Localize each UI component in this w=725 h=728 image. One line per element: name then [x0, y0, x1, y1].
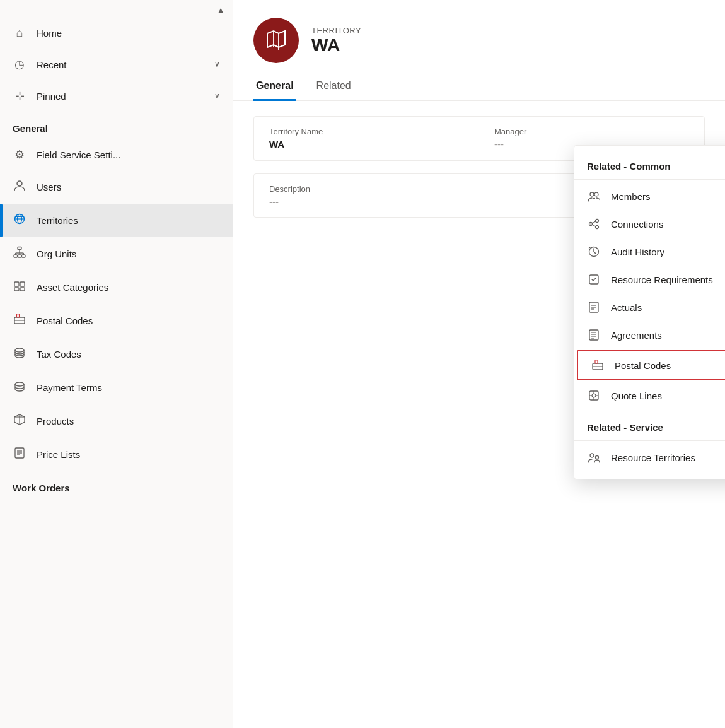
- entity-info: TERRITORY WA: [311, 26, 361, 56]
- tab-related[interactable]: Related: [314, 74, 354, 101]
- field-value: WA: [269, 139, 464, 150]
- sidebar-item-tax-codes[interactable]: Tax Codes: [0, 338, 233, 371]
- postal-codes-icon: [591, 358, 605, 372]
- sidebar-item-label: Products: [37, 416, 220, 426]
- dropdown-item-postal-codes[interactable]: Postal Codes: [577, 350, 725, 380]
- entity-header: TERRITORY WA: [233, 0, 725, 73]
- svg-rect-15: [14, 282, 19, 286]
- sidebar-item-label: Postal Codes: [37, 315, 220, 326]
- pin-icon: ⊹: [13, 89, 26, 103]
- divider: [574, 440, 725, 441]
- sidebar-item-home[interactable]: ⌂ Home: [0, 18, 233, 49]
- entity-avatar: [253, 18, 299, 63]
- dropdown-item-label: Resource Requirements: [611, 274, 713, 285]
- dropdown-item-label: Audit History: [611, 247, 664, 257]
- tab-general[interactable]: General: [253, 74, 296, 101]
- sidebar-scroll: ⌂ Home ◷ Recent ∨ ⊹ Pinned ∨ General ⚙ F…: [0, 18, 233, 728]
- chevron-down-icon: ∨: [214, 91, 220, 100]
- field-label: Territory Name: [269, 127, 464, 136]
- dropdown-item-members[interactable]: Members: [574, 182, 725, 210]
- main-content: TERRITORY WA General Related Territory N…: [233, 0, 725, 728]
- dropdown-item-connections[interactable]: Connections: [574, 210, 725, 238]
- divider: [574, 179, 725, 180]
- dropdown-item-resource-requirements[interactable]: Resource Requirements: [574, 266, 725, 293]
- dropdown-item-label: Members: [611, 191, 651, 202]
- globe-icon: [13, 213, 26, 228]
- sidebar-item-label: Payment Terms: [37, 382, 220, 393]
- price-list-icon: [13, 447, 26, 462]
- sidebar-item-label: Asset Categories: [37, 282, 220, 293]
- svg-point-23: [15, 348, 24, 352]
- org-icon: [13, 246, 26, 262]
- tabs-bar: General Related: [233, 73, 725, 101]
- collapse-button[interactable]: ▲: [0, 0, 233, 18]
- clock-icon: ◷: [13, 57, 26, 71]
- dropdown-section-service: Related - Service: [574, 414, 725, 438]
- svg-rect-21: [18, 315, 19, 316]
- svg-rect-16: [20, 282, 25, 286]
- home-icon: ⌂: [13, 26, 26, 40]
- svg-point-63: [590, 454, 594, 457]
- dropdown-item-label: Quote Lines: [611, 390, 662, 401]
- sidebar-item-label: Users: [37, 182, 220, 192]
- sidebar-item-label: Tax Codes: [37, 349, 220, 360]
- resource-requirements-icon: [587, 273, 601, 286]
- entity-name: WA: [311, 35, 361, 56]
- sidebar-item-org-units[interactable]: Org Units: [0, 237, 233, 271]
- svg-point-34: [594, 192, 598, 196]
- dropdown-item-audit-history[interactable]: Audit History: [574, 238, 725, 266]
- sidebar-item-asset-categories[interactable]: Asset Categories: [0, 271, 233, 304]
- dropdown-item-label: Agreements: [611, 330, 662, 341]
- sidebar-item-label: Home: [37, 28, 220, 38]
- svg-point-24: [15, 382, 24, 386]
- svg-point-64: [596, 456, 599, 459]
- svg-rect-48: [589, 330, 598, 340]
- sidebar-item-label: Recent: [37, 59, 204, 70]
- members-icon: [587, 189, 601, 203]
- dropdown-item-resource-territories[interactable]: Resource Territories: [574, 443, 725, 471]
- dropdown-item-label: Resource Territories: [611, 452, 695, 463]
- field-label: Manager: [494, 127, 689, 136]
- sidebar-item-label: Org Units: [37, 249, 220, 259]
- sidebar-item-recent[interactable]: ◷ Recent ∨: [0, 49, 233, 80]
- dropdown-section-common: Related - Common: [574, 153, 725, 177]
- sidebar-item-pinned[interactable]: ⊹ Pinned ∨: [0, 80, 233, 112]
- dropdown-item-label: Postal Codes: [615, 360, 671, 371]
- resource-territories-icon: [587, 450, 601, 464]
- svg-rect-9: [22, 255, 26, 257]
- sidebar-item-label: Pinned: [37, 91, 204, 102]
- svg-point-37: [596, 220, 599, 223]
- dropdown-item-agreements[interactable]: Agreements: [574, 321, 725, 349]
- svg-rect-8: [18, 255, 22, 257]
- svg-rect-20: [17, 314, 20, 318]
- sidebar-item-postal-codes[interactable]: Postal Codes: [0, 304, 233, 338]
- related-dropdown-menu: Related - Common Members: [574, 145, 725, 479]
- sidebar-item-products[interactable]: Products: [0, 404, 233, 438]
- svg-rect-18: [20, 288, 25, 291]
- user-icon: [13, 179, 26, 195]
- products-icon: [13, 413, 26, 429]
- sidebar-item-territories[interactable]: Territories: [0, 204, 233, 237]
- dropdown-item-actuals[interactable]: Actuals: [574, 293, 725, 321]
- svg-rect-6: [18, 247, 21, 250]
- sidebar-item-payment-terms[interactable]: Payment Terms: [0, 371, 233, 404]
- svg-line-40: [593, 225, 596, 226]
- mailbox-icon: [13, 313, 26, 329]
- svg-point-58: [592, 394, 596, 397]
- dropdown-item-quote-lines[interactable]: Quote Lines: [574, 382, 725, 409]
- svg-point-0: [17, 181, 22, 186]
- svg-point-41: [590, 223, 592, 225]
- asset-icon: [13, 279, 26, 295]
- svg-rect-17: [14, 288, 19, 291]
- svg-rect-54: [595, 360, 598, 364]
- agreements-icon: [587, 328, 601, 342]
- actuals-icon: [587, 300, 601, 314]
- svg-rect-55: [596, 361, 597, 362]
- sidebar-item-price-lists[interactable]: Price Lists: [0, 438, 233, 471]
- dropdown-item-label: Connections: [611, 219, 663, 230]
- sidebar-section-work-orders: Work Orders: [0, 471, 233, 498]
- chevron-down-icon: ∨: [214, 60, 220, 69]
- svg-line-39: [593, 221, 596, 223]
- sidebar-item-field-service-settings[interactable]: ⚙ Field Service Setti...: [0, 139, 233, 170]
- sidebar-item-users[interactable]: Users: [0, 170, 233, 204]
